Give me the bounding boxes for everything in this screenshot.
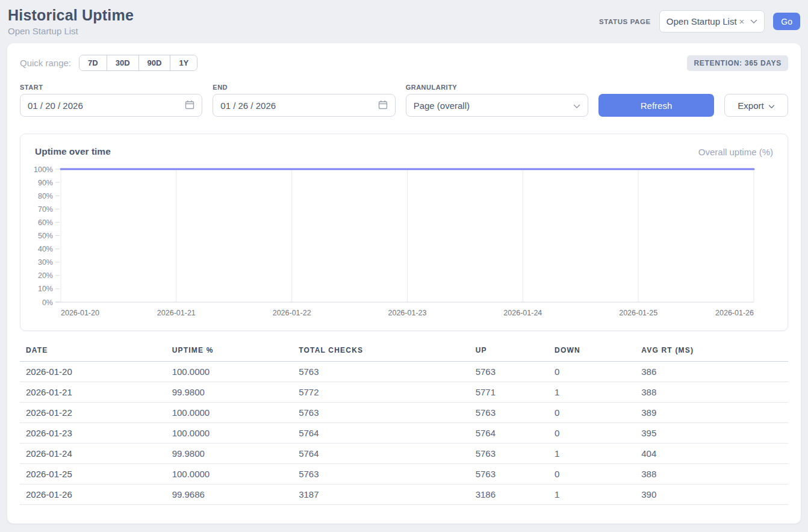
table-cell: 2026-01-23 <box>20 423 172 444</box>
status-page-label: STATUS PAGE <box>599 18 651 25</box>
table-cell: 5764 <box>299 444 475 464</box>
start-date-field: START 01 / 20 / 2026 <box>20 84 202 117</box>
chevron-down-icon <box>573 101 580 111</box>
quick-range-30d[interactable]: 30D <box>107 55 138 70</box>
chart-header: Uptime over time Overall uptime (%) <box>29 146 779 157</box>
table-cell: 100.0000 <box>172 403 299 423</box>
table-row: 2026-01-2499.9800576457631404 <box>20 444 788 464</box>
table-cell: 5764 <box>299 423 475 444</box>
table-cell: 3186 <box>476 484 555 505</box>
start-date-input[interactable]: 01 / 20 / 2026 <box>20 94 202 117</box>
start-date-value: 01 / 20 / 2026 <box>28 101 83 111</box>
page-title: Historical Uptime <box>8 7 134 24</box>
table-row: 2026-01-23100.0000576457640395 <box>20 423 788 444</box>
granularity-label: GRANULARITY <box>406 84 588 91</box>
uptime-chart: 0%10%20%30%40%50%60%70%80%90%100%2026-01… <box>29 162 779 324</box>
table-cell: 2026-01-21 <box>20 382 172 403</box>
svg-text:2026-01-22: 2026-01-22 <box>273 309 311 317</box>
topbar-right: STATUS PAGE Open Startup List × Go <box>599 7 800 32</box>
status-page-value: Open Startup List <box>667 16 737 26</box>
table-cell: 100.0000 <box>172 423 299 444</box>
table-cell: 5763 <box>476 444 555 464</box>
table-cell: 0 <box>555 423 641 444</box>
export-label: Export <box>738 101 763 111</box>
table-cell: 1 <box>555 484 641 505</box>
chevron-down-icon <box>768 101 775 111</box>
table-cell: 404 <box>641 444 788 464</box>
svg-text:2026-01-26: 2026-01-26 <box>715 309 754 317</box>
export-button[interactable]: Export <box>724 94 788 117</box>
table-cell: 1 <box>555 382 641 403</box>
table-cell: 388 <box>641 382 788 403</box>
table-cell: 2026-01-24 <box>20 444 172 464</box>
table-row: 2026-01-2699.9686318731861390 <box>20 484 788 505</box>
end-date-input[interactable]: 01 / 26 / 2026 <box>213 94 395 117</box>
end-date-value: 01 / 26 / 2026 <box>220 101 276 111</box>
end-date-label: END <box>213 84 395 91</box>
table-cell: 99.9686 <box>172 484 299 505</box>
quick-range-1y[interactable]: 1Y <box>170 55 197 70</box>
quick-range-label: Quick range: <box>20 58 71 68</box>
column-header: TOTAL CHECKS <box>299 346 475 362</box>
table-cell: 1 <box>555 444 641 464</box>
svg-text:2026-01-21: 2026-01-21 <box>157 309 196 317</box>
table-cell: 5763 <box>299 403 475 423</box>
table-cell: 386 <box>641 362 788 382</box>
svg-text:2026-01-25: 2026-01-25 <box>619 309 657 317</box>
retention-badge: RETENTION: 365 DAYS <box>687 55 788 71</box>
main-card: Quick range: 7D30D90D1Y RETENTION: 365 D… <box>7 43 801 524</box>
granularity-field: GRANULARITY Page (overall) <box>406 84 588 117</box>
table-cell: 5772 <box>299 382 475 403</box>
table-cell: 5763 <box>299 464 475 484</box>
refresh-button[interactable]: Refresh <box>598 94 714 117</box>
table-cell: 5763 <box>476 362 555 382</box>
table-cell: 2026-01-25 <box>20 464 172 484</box>
clear-icon[interactable]: × <box>739 16 745 26</box>
table-cell: 388 <box>641 464 788 484</box>
column-header: DATE <box>20 346 172 362</box>
table-cell: 0 <box>555 362 641 382</box>
table-cell: 389 <box>641 403 788 423</box>
table-row: 2026-01-25100.0000576357630388 <box>20 464 788 484</box>
table-cell: 99.9800 <box>172 444 299 464</box>
table-cell: 3187 <box>299 484 475 505</box>
svg-text:100%: 100% <box>34 165 53 174</box>
svg-text:70%: 70% <box>38 205 53 214</box>
uptime-chart-card: Uptime over time Overall uptime (%) 0%10… <box>20 134 788 331</box>
table-cell: 5763 <box>299 362 475 382</box>
table-row: 2026-01-2199.9800577257711388 <box>20 382 788 403</box>
table-row: 2026-01-22100.0000576357630389 <box>20 403 788 423</box>
quick-range-group: 7D30D90D1Y <box>79 55 197 71</box>
svg-text:30%: 30% <box>38 258 53 267</box>
quick-range-7d[interactable]: 7D <box>79 55 107 70</box>
table-cell: 2026-01-26 <box>20 484 172 505</box>
calendar-icon[interactable] <box>378 100 388 111</box>
table-cell: 395 <box>641 423 788 444</box>
column-header: AVG RT (MS) <box>641 346 788 362</box>
calendar-icon[interactable] <box>185 100 194 111</box>
table-row: 2026-01-20100.0000576357630386 <box>20 362 788 382</box>
column-header: UPTIME % <box>172 346 299 362</box>
svg-text:2026-01-20: 2026-01-20 <box>61 309 99 317</box>
table-cell: 0 <box>555 403 641 423</box>
svg-text:40%: 40% <box>38 245 53 253</box>
svg-text:2026-01-24: 2026-01-24 <box>503 309 542 317</box>
page-heading: Historical Uptime Open Startup List <box>8 7 134 36</box>
granularity-select[interactable]: Page (overall) <box>406 94 588 117</box>
table-cell: 5764 <box>476 423 555 444</box>
uptime-table: DATEUPTIME %TOTAL CHECKSUPDOWNAVG RT (MS… <box>20 346 788 505</box>
quick-range-row: Quick range: 7D30D90D1Y RETENTION: 365 D… <box>20 55 788 71</box>
svg-text:2026-01-23: 2026-01-23 <box>388 309 427 317</box>
table-cell: 5763 <box>476 464 555 484</box>
table-cell: 5771 <box>476 382 555 403</box>
table-cell: 100.0000 <box>172 464 299 484</box>
go-button[interactable]: Go <box>773 13 800 30</box>
table-cell: 5763 <box>476 403 555 423</box>
table-cell: 2026-01-22 <box>20 403 172 423</box>
filter-fields-row: START 01 / 20 / 2026 END 01 / 26 / 2026 … <box>20 84 788 117</box>
topbar: Historical Uptime Open Startup List STAT… <box>0 0 808 43</box>
quick-range-left: Quick range: 7D30D90D1Y <box>20 55 197 71</box>
status-page-select[interactable]: Open Startup List × <box>659 10 765 32</box>
svg-text:50%: 50% <box>38 232 53 240</box>
quick-range-90d[interactable]: 90D <box>138 55 170 70</box>
